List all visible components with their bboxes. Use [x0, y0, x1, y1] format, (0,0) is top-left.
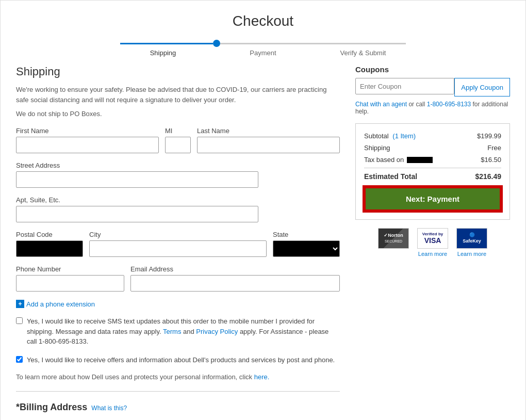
main-content: Shipping We're working to ensure your sa… — [1, 65, 525, 420]
coupon-input[interactable] — [355, 78, 454, 94]
state-label: State — [273, 231, 340, 238]
last-name-group: Last Name — [197, 127, 340, 153]
step-verify[interactable]: Verify & Submit — [313, 49, 413, 57]
sms-checkbox[interactable] — [16, 317, 23, 324]
total-label: Estimated Total — [364, 172, 417, 181]
summary-divider — [364, 168, 501, 168]
coupon-input-row: Apply Coupon — [355, 78, 510, 96]
state-group: State — [273, 231, 340, 257]
apt-label: Apt, Suite, Etc. — [16, 196, 340, 204]
last-name-input[interactable] — [197, 137, 340, 153]
last-name-label: Last Name — [197, 127, 340, 135]
tax-redact — [407, 157, 433, 163]
email-group: Email Address — [130, 265, 340, 292]
norton-icon: ✓NortonSECURED — [378, 228, 409, 249]
plus-icon: + — [16, 300, 24, 308]
shipping-title: Shipping — [16, 65, 340, 78]
phone-input[interactable] — [16, 275, 124, 292]
privacy-here-link[interactable]: here. — [254, 373, 270, 381]
street-input[interactable] — [16, 171, 258, 188]
step-payment[interactable]: Payment — [213, 49, 313, 57]
total-value: $216.49 — [475, 172, 501, 181]
visa-learn-more-link[interactable]: Learn more — [418, 251, 447, 257]
mi-input[interactable] — [165, 137, 191, 153]
what-is-this-link[interactable]: What is this? — [91, 405, 127, 412]
progress-line-2 — [220, 43, 313, 44]
postal-label: Postal Code — [16, 231, 83, 238]
privacy-link[interactable]: Privacy Policy — [196, 328, 238, 335]
visa-badge: Verified byVISA Learn more — [417, 228, 448, 257]
name-row: First Name MI Last Name — [16, 127, 340, 153]
apply-coupon-button[interactable]: Apply Coupon — [454, 78, 510, 96]
email-input[interactable] — [130, 275, 340, 292]
first-name-input[interactable] — [16, 137, 159, 153]
progress-line-3 — [313, 43, 406, 44]
sms-checkbox-row: Yes, I would like to receive SMS text up… — [16, 316, 340, 349]
phone-link[interactable]: 1-800-695-8133 — [427, 101, 471, 108]
norton-badge: ✓NortonSECURED — [378, 228, 409, 251]
progress-bar — [11, 40, 515, 47]
offers-checkbox-row: Yes, I would like to receive offers and … — [16, 355, 340, 367]
covid-notice: We're working to ensure your safety. Ple… — [16, 85, 340, 105]
progress-line-1 — [120, 43, 213, 44]
offers-checkbox[interactable] — [16, 356, 23, 363]
order-summary: Subtotal (1 Item) $199.99 Shipping Free … — [355, 123, 510, 220]
city-label: City — [89, 231, 267, 238]
next-payment-button[interactable]: Next: Payment — [364, 187, 501, 211]
safekey-icon: 🔵SafeKey — [456, 228, 487, 249]
divider — [16, 391, 340, 392]
chat-agent-link[interactable]: Chat with an agent — [355, 101, 407, 108]
tax-value: $16.50 — [481, 156, 501, 164]
mi-label: MI — [165, 127, 191, 135]
no-po-notice: We do not ship to PO Boxes. — [16, 110, 340, 118]
offers-label: Yes, I would like to receive offers and … — [27, 355, 335, 365]
phone-group: Phone Number — [16, 265, 124, 292]
street-label: Street Address — [16, 161, 340, 169]
subtotal-row: Subtotal (1 Item) $199.99 — [364, 132, 501, 140]
shipping-row: Shipping Free — [364, 144, 501, 152]
privacy-notice: To learn more about how Dell uses and pr… — [16, 373, 340, 381]
subtotal-value: $199.99 — [477, 132, 501, 140]
contact-row: Phone Number Email Address — [16, 265, 340, 292]
tax-label: Tax based on — [364, 156, 433, 164]
city-group: City — [89, 231, 267, 257]
agent-text: Chat with an agent or call 1-800-695-813… — [355, 101, 510, 115]
tax-row: Tax based on $16.50 — [364, 156, 501, 164]
billing-title: *Billing Address — [16, 402, 87, 413]
postal-input[interactable] — [16, 240, 83, 257]
apt-group: Apt, Suite, Etc. — [16, 196, 340, 222]
total-row: Estimated Total $216.49 — [364, 172, 501, 181]
sms-label: Yes, I would like to receive SMS text up… — [27, 316, 340, 347]
step-shipping[interactable]: Shipping — [113, 49, 213, 57]
safekey-learn-more-link[interactable]: Learn more — [457, 251, 486, 257]
apt-input[interactable] — [16, 206, 258, 222]
left-column: Shipping We're working to ensure your sa… — [16, 65, 340, 420]
subtotal-label: Subtotal (1 Item) — [364, 132, 416, 140]
location-row: Postal Code City State — [16, 231, 340, 257]
first-name-group: First Name — [16, 127, 159, 153]
shipping-value: Free — [487, 144, 501, 152]
visa-icon: Verified byVISA — [417, 228, 448, 249]
item-count-link[interactable]: (1 Item) — [392, 132, 416, 140]
terms-link[interactable]: Terms — [163, 328, 181, 335]
email-label: Email Address — [130, 265, 340, 273]
state-select[interactable] — [273, 240, 340, 257]
progress-dot — [213, 40, 220, 47]
right-column: Coupons Apply Coupon Chat with an agent … — [355, 65, 510, 420]
security-badges: ✓NortonSECURED Verified byVISA Learn mor… — [355, 228, 510, 257]
progress-steps: Shipping Payment Verify & Submit — [11, 49, 515, 57]
coupons-section: Coupons Apply Coupon Chat with an agent … — [355, 65, 510, 115]
header: Checkout Shipping Payment Verify & Submi… — [1, 1, 525, 65]
city-input[interactable] — [89, 240, 267, 257]
phone-label: Phone Number — [16, 265, 124, 273]
coupons-label: Coupons — [355, 65, 510, 74]
postal-group: Postal Code — [16, 231, 83, 257]
first-name-label: First Name — [16, 127, 159, 135]
add-extension-link[interactable]: + Add a phone extension — [16, 300, 340, 308]
billing-section: *Billing Address What is this? Same as s… — [16, 402, 340, 420]
mi-group: MI — [165, 127, 191, 153]
safekey-badge: 🔵SafeKey Learn more — [456, 228, 487, 257]
page-title: Checkout — [11, 13, 515, 29]
shipping-label: Shipping — [364, 144, 390, 152]
street-group: Street Address — [16, 161, 340, 188]
